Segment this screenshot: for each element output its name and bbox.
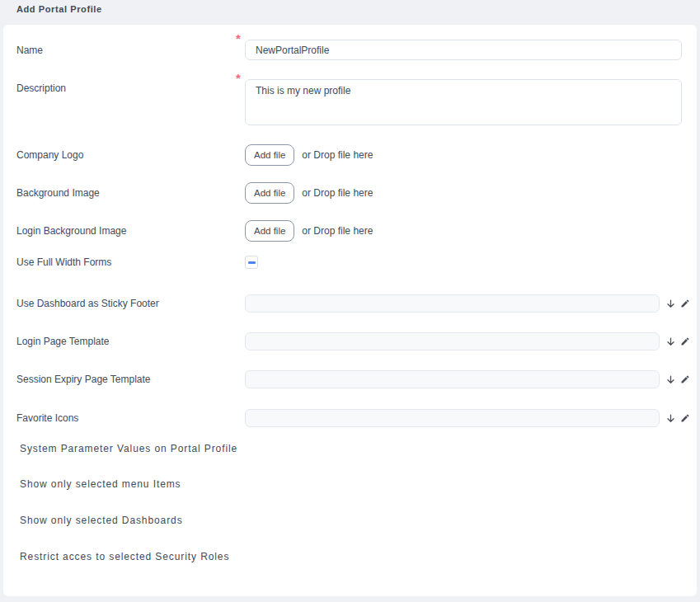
checkbox-indeterminate-dash bbox=[248, 261, 256, 264]
edit-pencil-icon[interactable] bbox=[680, 413, 690, 423]
company-logo-add-file-button[interactable]: Add file bbox=[245, 144, 294, 166]
form-row-background-image: Background Image Add file or Drop file h… bbox=[16, 182, 684, 204]
form-row-sticky-footer: Use Dashboard as Sticky Footer bbox=[16, 294, 684, 313]
use-full-width-forms-label: Use Full Width Forms bbox=[16, 256, 245, 268]
background-image-control: Add file or Drop file here bbox=[245, 182, 373, 204]
section-show-only-selected-dashboards: Show only selected Dashboards bbox=[16, 514, 684, 527]
session-expiry-template-label: Session Expiry Page Template bbox=[16, 374, 245, 385]
name-input[interactable] bbox=[245, 40, 682, 60]
required-marker: * bbox=[236, 32, 241, 45]
login-page-template-control bbox=[245, 332, 690, 350]
login-background-image-add-file-button[interactable]: Add file bbox=[245, 220, 294, 242]
sticky-footer-select[interactable] bbox=[245, 294, 660, 313]
login-page-template-label: Login Page Template bbox=[16, 336, 245, 347]
session-expiry-template-select[interactable] bbox=[245, 370, 660, 388]
form-row-session-expiry-template: Session Expiry Page Template bbox=[16, 370, 684, 388]
arrow-down-icon[interactable] bbox=[665, 413, 676, 424]
edit-pencil-icon[interactable] bbox=[680, 336, 690, 346]
login-background-image-control: Add file or Drop file here bbox=[245, 220, 373, 242]
company-logo-label: Company Logo bbox=[16, 149, 245, 161]
arrow-down-icon[interactable] bbox=[665, 374, 676, 385]
use-full-width-forms-checkbox[interactable] bbox=[245, 256, 258, 269]
edit-pencil-icon[interactable] bbox=[680, 374, 690, 384]
favorite-icons-control bbox=[245, 409, 690, 427]
form-row-use-full-width-forms: Use Full Width Forms bbox=[16, 256, 684, 269]
use-full-width-forms-control bbox=[245, 256, 258, 269]
name-control: * bbox=[245, 40, 682, 60]
form-row-name: Name * bbox=[16, 40, 684, 60]
form-row-favorite-icons: Favorite Icons bbox=[16, 409, 684, 427]
section-restrict-access-security-roles: Restrict acces to selected Security Role… bbox=[16, 550, 684, 563]
arrow-down-icon[interactable] bbox=[665, 299, 676, 309]
login-page-template-select[interactable] bbox=[245, 332, 660, 350]
login-background-image-drop-hint: or Drop file here bbox=[302, 225, 373, 237]
login-background-image-label: Login Background Image bbox=[16, 225, 245, 237]
page-title: Add Portal Profile bbox=[16, 4, 102, 14]
required-marker: * bbox=[236, 72, 241, 84]
background-image-add-file-button[interactable]: Add file bbox=[245, 182, 294, 204]
description-control: * This is my new profile bbox=[245, 79, 682, 125]
sticky-footer-control bbox=[245, 294, 690, 313]
description-textarea[interactable]: This is my new profile bbox=[245, 79, 682, 125]
form-row-description: Description * This is my new profile bbox=[16, 79, 684, 125]
form-card: Name * Description * This is my new prof… bbox=[3, 25, 697, 596]
form-row-company-logo: Company Logo Add file or Drop file here bbox=[16, 144, 684, 166]
sticky-footer-label: Use Dashboard as Sticky Footer bbox=[16, 298, 245, 309]
background-image-drop-hint: or Drop file here bbox=[302, 187, 373, 199]
name-label: Name bbox=[16, 45, 245, 56]
session-expiry-template-control bbox=[245, 370, 690, 388]
company-logo-control: Add file or Drop file here bbox=[245, 144, 373, 166]
background-image-label: Background Image bbox=[16, 187, 245, 199]
arrow-down-icon[interactable] bbox=[665, 336, 676, 347]
section-system-parameter-values: System Parameter Values on Portal Profil… bbox=[16, 442, 684, 455]
favorite-icons-label: Favorite Icons bbox=[16, 412, 245, 424]
page-header: Add Portal Profile bbox=[0, 0, 700, 17]
section-show-only-selected-menu-items: Show only selected menu Items bbox=[16, 477, 684, 491]
description-label: Description bbox=[16, 79, 245, 94]
form-row-login-page-template: Login Page Template bbox=[16, 332, 684, 350]
edit-pencil-icon[interactable] bbox=[680, 299, 690, 308]
form-row-login-background-image: Login Background Image Add file or Drop … bbox=[16, 220, 684, 242]
company-logo-drop-hint: or Drop file here bbox=[302, 149, 373, 161]
favorite-icons-select[interactable] bbox=[245, 409, 660, 427]
